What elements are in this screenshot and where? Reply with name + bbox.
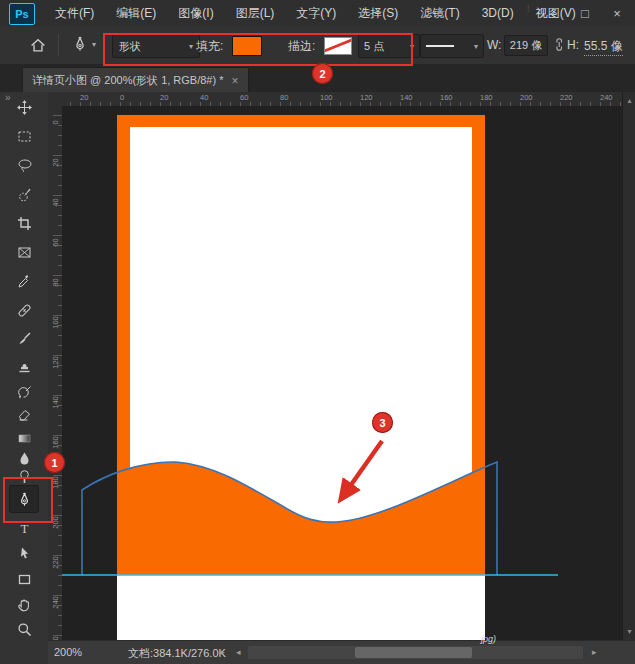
- menu-item-2[interactable]: 图像(I): [167, 0, 224, 27]
- brush-tool[interactable]: [10, 325, 38, 351]
- tool-mode-value: 形状: [119, 39, 141, 54]
- annotation-badge-2: 2: [312, 63, 333, 84]
- ruler-label-h: 180: [480, 93, 493, 102]
- menu-items: 文件(F)编辑(E)图像(I)图层(L)文字(Y)选择(S)滤镜(T)3D(D)…: [44, 0, 587, 27]
- ruler-label-v: 60: [51, 234, 60, 252]
- options-bar: ▾ 形状 ▾ 填充: 描边: 5 点 ▾ ▾ W: 219 像 H: 55.5 …: [0, 27, 635, 65]
- menu-item-5[interactable]: 选择(S): [347, 0, 409, 27]
- eraser-tool[interactable]: [10, 401, 38, 427]
- dodge-tool-icon: [17, 469, 32, 484]
- horizontal-scrollbar-thumb[interactable]: [355, 647, 472, 658]
- ruler-label-v: 100: [51, 314, 60, 332]
- lasso-tool[interactable]: [10, 152, 38, 178]
- path-select-tool[interactable]: [10, 540, 38, 566]
- healing-tool[interactable]: [10, 297, 38, 323]
- healing-tool-icon: [17, 303, 32, 318]
- zoom-level[interactable]: 200%: [54, 646, 82, 658]
- ruler-corner: [48, 92, 63, 107]
- pen-tool-icon: [17, 492, 32, 507]
- preset-chevron-icon[interactable]: ▾: [92, 40, 96, 49]
- eyedropper-tool[interactable]: [10, 268, 38, 294]
- height-value[interactable]: 55.5 像: [584, 38, 623, 56]
- stroke-style-select[interactable]: ▾: [420, 34, 484, 58]
- menu-item-7[interactable]: 3D(D): [471, 0, 525, 27]
- ruler-label-v: 160: [51, 434, 60, 452]
- tab-close-icon[interactable]: ×: [232, 74, 239, 88]
- eraser-tool-icon: [17, 407, 32, 422]
- horizontal-scrollbar-track[interactable]: [248, 646, 583, 659]
- menu-item-6[interactable]: 滤镜(T): [409, 0, 470, 27]
- type-tool[interactable]: T: [10, 515, 38, 541]
- document-tab[interactable]: 详情页小图 @ 200%(形状 1, RGB/8#) * ×: [22, 67, 249, 93]
- stamp-tool[interactable]: [10, 353, 38, 379]
- ruler-label-v: 140: [51, 394, 60, 412]
- home-icon[interactable]: [30, 37, 46, 57]
- ruler-label-h: 160: [440, 93, 453, 102]
- ruler-label-v: 200: [51, 514, 60, 532]
- stroke-color-swatch[interactable]: [324, 37, 352, 55]
- vertical-scrollbar[interactable]: ▴ ▾: [622, 92, 635, 640]
- canvas-area[interactable]: [62, 106, 622, 640]
- svg-text:T: T: [20, 521, 28, 536]
- ruler-label-h: 120: [360, 93, 373, 102]
- document-info: 文档:384.1K/276.0K: [128, 646, 226, 661]
- width-value: 219 像: [510, 38, 542, 53]
- menu-item-4[interactable]: 文字(Y): [285, 0, 347, 27]
- status-menu-arrow-icon[interactable]: ▸: [220, 647, 225, 657]
- stamp-tool-icon: [17, 359, 32, 374]
- stroke-label: 描边:: [288, 38, 315, 55]
- minimize-button[interactable]: –: [537, 0, 569, 27]
- lasso-tool-icon: [17, 158, 32, 173]
- annotation-badge-3: 3: [372, 412, 393, 433]
- hand-tool[interactable]: [10, 591, 38, 617]
- frame-tool-icon: [17, 245, 32, 260]
- height-label: H:: [567, 38, 579, 52]
- ruler-label-h: 40: [200, 93, 208, 102]
- move-tool-icon: [17, 100, 32, 115]
- tool-mode-select[interactable]: 形状 ▾: [112, 34, 200, 58]
- path-select-tool-icon: [17, 546, 32, 561]
- crop-tool[interactable]: [10, 210, 38, 236]
- menu-item-0[interactable]: 文件(F): [44, 0, 105, 27]
- gradient-tool-icon: [17, 431, 32, 446]
- zoom-tool[interactable]: [10, 616, 38, 642]
- scroll-up-icon[interactable]: ▴: [623, 96, 635, 105]
- width-field[interactable]: 219 像: [504, 35, 548, 56]
- marquee-tool-icon: [17, 129, 32, 144]
- maximize-button[interactable]: □: [569, 0, 601, 27]
- chevron-down-icon: ▾: [474, 42, 478, 51]
- menu-item-3[interactable]: 图层(L): [225, 0, 286, 27]
- scroll-down-icon[interactable]: ▾: [623, 627, 635, 636]
- rect-shape-tool-icon: [17, 572, 32, 587]
- crop-tool-icon: [17, 216, 32, 231]
- scroll-left-icon[interactable]: ◂: [236, 647, 241, 657]
- fill-color-swatch[interactable]: [232, 36, 262, 56]
- photoshop-logo: Ps: [9, 3, 35, 25]
- ruler-label-h: 80: [280, 93, 288, 102]
- stroke-width-select[interactable]: 5 点 ▾: [358, 34, 420, 58]
- pen-tool[interactable]: [10, 486, 38, 512]
- link-dimensions-icon[interactable]: [551, 37, 565, 57]
- move-tool[interactable]: [10, 94, 38, 120]
- chevron-down-icon: ▾: [410, 42, 414, 51]
- no-stroke-icon: [324, 38, 352, 54]
- hand-tool-icon: [17, 597, 32, 612]
- quick-select-tool[interactable]: [10, 181, 38, 207]
- ruler-label-h: 60: [240, 93, 248, 102]
- ruler-label-v: 220: [51, 554, 60, 572]
- toolbar: » ••• T: [0, 92, 49, 664]
- ruler-label-v: 180: [51, 474, 60, 492]
- marquee-tool[interactable]: [10, 123, 38, 149]
- rect-shape-tool[interactable]: [10, 566, 38, 592]
- menu-item-1[interactable]: 编辑(E): [105, 0, 167, 27]
- pen-tool-preset-icon[interactable]: [72, 36, 88, 56]
- width-label: W:: [487, 38, 501, 52]
- ruler-label-h: 100: [320, 93, 333, 102]
- scroll-right-icon[interactable]: ▸: [592, 647, 597, 657]
- horizontal-ruler: 20020406080100120140160180200220240: [62, 92, 622, 107]
- annotation-badge-1: 1: [44, 452, 65, 473]
- frame-tool[interactable]: [10, 239, 38, 265]
- stroke-width-value: 5 点: [364, 39, 384, 54]
- close-button[interactable]: ×: [601, 0, 633, 27]
- brush-tool-icon: [17, 331, 32, 346]
